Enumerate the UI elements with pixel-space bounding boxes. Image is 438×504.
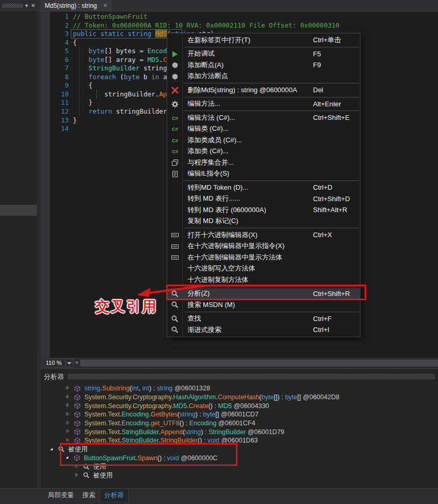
- code-segment: @06001CF4: [217, 420, 256, 427]
- menu-item[interactable]: 搜索 MSDN (M): [167, 299, 360, 311]
- expander-collapsed-icon[interactable]: [66, 421, 71, 426]
- merge-icon: [170, 158, 180, 167]
- menu-item[interactable]: C#编辑方法 (C#)...Ctrl+Shift+E: [167, 112, 360, 124]
- code-text: }: [73, 116, 77, 124]
- code-segment: System.Text: [84, 437, 120, 444]
- expander-collapsed-icon[interactable]: [66, 412, 71, 417]
- bottom-tab-inactive[interactable]: 搜索: [78, 489, 99, 501]
- menu-item[interactable]: 复制 MD 标记(C): [167, 216, 360, 227]
- close-icon[interactable]: ✕: [30, 0, 37, 11]
- method-icon: [74, 437, 81, 444]
- menu-item-label: 与程序集合并...: [187, 158, 234, 167]
- expander-collapsed-icon[interactable]: [66, 429, 71, 435]
- code-segment: {: [73, 39, 77, 46]
- expander-collapsed-icon[interactable]: [66, 403, 71, 409]
- expander-expanded-icon[interactable]: [65, 455, 71, 461]
- menu-item[interactable]: 十六进制写入空方法体: [167, 263, 360, 275]
- search-icon: [170, 300, 180, 310]
- code-segment: MD5: [173, 402, 186, 410]
- menu-item[interactable]: 分析(Z)Ctrl+Shift+R: [167, 288, 360, 300]
- expander-expanded-icon[interactable]: [49, 447, 55, 452]
- menu-item[interactable]: 在十六进制编辑器中显示方法体: [167, 252, 360, 263]
- menu-separator: [184, 97, 359, 97]
- code-segment: string: [180, 411, 196, 418]
- code-segment: () :: [180, 420, 190, 427]
- analyzer-tree-row[interactable]: System.Text.Encoding.GetBytes(string) : …: [41, 410, 438, 419]
- menu-item[interactable]: 打开十六进制编辑器(X)Ctrl+X: [167, 229, 360, 241]
- scroll-left-arrow-icon[interactable]: ◄: [74, 360, 79, 365]
- sidebar-selection-band[interactable]: [0, 205, 37, 216]
- code-segment: ) :: [149, 385, 157, 392]
- menu-item[interactable]: 在十六进制编辑器中显示指令(X): [167, 241, 360, 252]
- analyzer-tree-row[interactable]: System.Security.Cryptography.MD5.Create(…: [41, 401, 438, 410]
- code-segment: [73, 47, 89, 55]
- code-segment: 使用: [93, 463, 106, 470]
- code-segment: Md5: [155, 30, 167, 38]
- menu-item-shortcut: Alt+Enter: [313, 100, 341, 108]
- bottom-tab-inactive[interactable]: 局部变量: [44, 489, 78, 501]
- analyzer-tree-row[interactable]: System.Text.StringBuilder.Append(string)…: [41, 427, 438, 436]
- zoom-level-select[interactable]: 110 %: [42, 359, 66, 367]
- menu-item[interactable]: 转到 MD 表行 (0600000A)Shift+Alt+R: [167, 204, 360, 216]
- menu-item[interactable]: 添加方法断点: [167, 71, 360, 82]
- menu-item[interactable]: C#添加类 (C#)...: [167, 146, 360, 157]
- expander-collapsed-icon[interactable]: [74, 473, 80, 478]
- analyzer-tree-row[interactable]: System.Text.Encoding.get_UTF8() : Encodi…: [41, 419, 438, 428]
- panel-drag-grip[interactable]: [2, 4, 23, 8]
- menu-item[interactable]: C#编辑类 (C#)...: [167, 124, 360, 135]
- horizontal-scrollbar[interactable]: [80, 360, 438, 366]
- menu-item-label: 添加方法断点: [187, 71, 228, 81]
- menu-item-label: 转到 MD 表行......: [187, 194, 240, 203]
- menu-item-label: 编辑IL指令(S): [187, 169, 229, 178]
- analyzer-tree-row[interactable]: 使用: [41, 462, 438, 471]
- menu-item[interactable]: 查找Ctrl+F: [167, 313, 360, 325]
- zoom-dropdown-button[interactable]: [65, 359, 73, 367]
- menu-item[interactable]: 转到 MD 表行......Ctrl+Shift+D: [167, 193, 360, 205]
- analyzer-tree-row[interactable]: 被使用: [41, 445, 438, 454]
- menu-item-label: 渐进式搜索: [187, 325, 221, 335]
- menu-item[interactable]: 与程序集合并...: [167, 157, 360, 168]
- menu-item[interactable]: C#添加类成员 (C#)...: [167, 134, 360, 146]
- code-line[interactable]: 2// Token: 0x0600000A RID: 10 RVA: 0x000…: [41, 21, 438, 30]
- hex-icon: [170, 230, 180, 240]
- tab-close-icon[interactable]: ✕: [103, 3, 107, 8]
- menu-item-shortcut: Ctrl+Shift+E: [313, 114, 349, 121]
- chevron-down-icon[interactable]: ▾: [24, 0, 30, 11]
- code-segment: public static string: [73, 30, 155, 38]
- menu-item-label: 添加类成员 (C#)...: [187, 136, 242, 145]
- analyzer-drag-grip[interactable]: [68, 374, 435, 379]
- menu-item[interactable]: 渐进式搜索Ctrl+I: [167, 324, 360, 336]
- menu-item[interactable]: 开始调试F5: [167, 48, 360, 60]
- search-icon: [170, 325, 180, 335]
- analyzer-tree-row[interactable]: 被使用: [41, 471, 438, 480]
- menu-item[interactable]: 编辑方法...Alt+Enter: [167, 99, 360, 110]
- analyzer-tree-row[interactable]: string.Substring(int, int) : string @060…: [41, 384, 438, 393]
- menu-item[interactable]: 编辑IL指令(S): [167, 168, 360, 180]
- expander-collapsed-icon[interactable]: [66, 438, 71, 444]
- code-line[interactable]: 1// ButtonSpawnFruit: [41, 13, 438, 21]
- expander-collapsed-icon[interactable]: [66, 386, 71, 391]
- menu-item[interactable]: 十六进制复制方法体: [167, 274, 360, 286]
- analyzer-row-text: System.Security.Cryptography.HashAlgorit…: [84, 394, 340, 401]
- expander-collapsed-icon[interactable]: [74, 464, 80, 470]
- analyzer-tree-row[interactable]: ButtonSpawnFruit.Spawn() : void @0600000…: [41, 454, 438, 463]
- analyzer-tree-row[interactable]: System.Security.Cryptography.HashAlgorit…: [41, 393, 438, 402]
- menu-item[interactable]: 在新标签页中打开(T)Ctrl+单击: [167, 34, 360, 46]
- analyzer-row-text: System.Text.StringBuilder.Append(string)…: [84, 428, 284, 436]
- menu-item[interactable]: 添加断点(A)F9: [167, 59, 360, 71]
- method-icon: [73, 454, 81, 461]
- code-segment: GetBytes: [151, 411, 177, 418]
- tab-md5-string[interactable]: Md5(string) : string ✕: [40, 0, 112, 11]
- analyzer-row-text: System.Security.Cryptography.MD5.Create(…: [84, 402, 269, 410]
- menu-item-shortcut: F5: [313, 50, 321, 58]
- bottom-tab-active[interactable]: 分析器: [99, 489, 129, 501]
- menu-item-shortcut: Del: [313, 86, 323, 94]
- line-number: 14: [41, 125, 69, 133]
- expander-collapsed-icon[interactable]: [66, 395, 71, 400]
- menu-item[interactable]: 转到MD Token (D)...Ctrl+D: [167, 182, 360, 193]
- code-text: {: [73, 39, 77, 46]
- menu-item[interactable]: 删除Md5(string) : string @0600000ADel: [167, 84, 360, 96]
- menu-item-shortcut: Ctrl+I: [313, 326, 329, 334]
- analyzer-tree-row[interactable]: System.Text.StringBuilder.StringBuilder(…: [41, 436, 438, 445]
- search-icon: [83, 471, 90, 480]
